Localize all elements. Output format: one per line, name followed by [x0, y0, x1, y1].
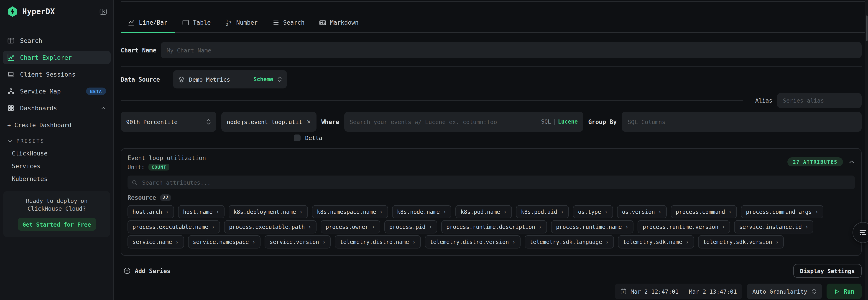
metric-title: Event loop utilization [127, 155, 206, 161]
run-button[interactable]: Run [826, 283, 862, 299]
where-label: Where [321, 118, 339, 125]
attribute-chip[interactable]: k8s.namespace.name [312, 205, 388, 218]
tab-markdown[interactable]: Markdown [312, 14, 366, 32]
logo-row: HyperDX [0, 0, 114, 17]
attribute-chip-label: service.name [132, 239, 172, 245]
sidebar-item-label: Service Map [20, 87, 61, 95]
sidebar-item-dashboards[interactable]: Dashboards [3, 101, 111, 115]
granularity-select[interactable]: Auto Granularity [747, 283, 822, 299]
attributes-search-input[interactable] [141, 179, 851, 186]
attribute-chip[interactable]: process.runtime.name [551, 220, 634, 234]
attribute-chip[interactable]: process.pid [384, 220, 437, 234]
tab-table[interactable]: Table [175, 14, 218, 32]
attribute-chip-label: service.namespace [193, 239, 249, 245]
attribute-chip[interactable]: telemetry.sdk.language [525, 235, 614, 248]
attribute-chip[interactable]: service.instance.id [734, 220, 813, 234]
delta-row: Delta [294, 135, 862, 141]
add-series-button[interactable]: Add Series [121, 267, 173, 275]
attribute-chip[interactable]: process.owner [320, 220, 380, 234]
sidebar-item-client-sessions[interactable]: Client Sessions [3, 67, 111, 81]
aggregation-value: 90th Percentile [126, 118, 202, 125]
attribute-chip[interactable]: host.name [178, 205, 224, 218]
attribute-chip[interactable]: service.name [127, 235, 184, 248]
attribute-chip[interactable]: process.command [671, 205, 737, 218]
table-icon [182, 19, 189, 26]
alias-input[interactable] [777, 93, 862, 108]
attribute-chip[interactable]: k8s.pod.name [456, 205, 512, 218]
attribute-chip-label: process.executable.path [229, 224, 305, 230]
where-input[interactable]: Search your events w/ Lucene ex. column:… [344, 112, 583, 132]
attribute-chip[interactable]: host.arch [127, 205, 174, 218]
sql-option[interactable]: SQL [541, 118, 551, 125]
query-language-toggle[interactable]: SQL|Lucene [541, 118, 578, 125]
tab-number[interactable]: Number [218, 14, 265, 32]
attribute-chip-label: process.command [676, 209, 725, 215]
calendar-icon [620, 288, 627, 295]
beta-badge: BETA [86, 87, 106, 95]
sidebar-item-chart-explorer[interactable]: Chart Explorer [3, 51, 111, 64]
sidebar-item-service-map[interactable]: Service Map BETA [3, 84, 111, 98]
network-nodes-icon [7, 87, 14, 95]
date-range-input[interactable]: Mar 2 12:47:01 - Mar 2 13:47:01 [615, 283, 743, 299]
attribute-chip[interactable]: process.runtime.description [441, 220, 547, 234]
attribute-chip[interactable]: telemetry.sdk.name [618, 235, 694, 248]
brand-title: HyperDX [22, 7, 95, 16]
lucene-option[interactable]: Lucene [558, 118, 578, 125]
preset-services[interactable]: Services [3, 163, 111, 170]
presets-header[interactable]: PRESETS [3, 138, 111, 144]
list-icon [272, 19, 279, 26]
attribute-chip[interactable]: telemetry.sdk.version [698, 235, 784, 248]
resource-label: Resource [127, 194, 156, 201]
tab-search[interactable]: Search [265, 14, 312, 32]
metric-field-chip[interactable]: nodejs.event_loop.util × [221, 112, 316, 132]
chart-name-input[interactable] [161, 42, 862, 58]
divider [121, 100, 743, 101]
collapse-sidebar-button[interactable] [99, 8, 107, 16]
schema-link[interactable]: Schema [253, 76, 273, 83]
unit-value-badge: COUNT [148, 164, 169, 170]
display-settings-button[interactable]: Display Settings [793, 264, 862, 278]
actions-row: Add Series Display Settings [121, 264, 862, 278]
filter-lines-icon [859, 228, 868, 237]
get-started-button[interactable]: Get Started for Free [18, 218, 96, 231]
scrollbar-thumb[interactable] [866, 16, 868, 41]
sidebar-item-label: Search [20, 37, 42, 44]
attribute-chip[interactable]: k8s.pod.uid [516, 205, 569, 218]
date-range-value: Mar 2 12:47:01 - Mar 2 13:47:01 [631, 288, 737, 295]
attribute-chip-label: telemetry.sdk.name [623, 239, 682, 245]
group-by-input[interactable] [622, 112, 862, 132]
attribute-chip[interactable]: k8s.node.name [392, 205, 452, 218]
panel-header: Event loop utilization Unit: COUNT 27 AT… [127, 155, 855, 170]
attribute-chip-label: k8s.namespace.name [317, 209, 376, 215]
data-source-label: Data Source [121, 76, 173, 83]
attribute-chip[interactable]: os.type [573, 205, 613, 218]
attributes-search [127, 175, 855, 189]
markdown-icon [319, 19, 326, 26]
attribute-chip[interactable]: k8s.deployment.name [228, 205, 308, 218]
create-dashboard-button[interactable]: + Create Dashboard [3, 122, 111, 129]
remove-metric-icon[interactable]: × [307, 118, 311, 126]
preset-clickhouse[interactable]: ClickHouse [3, 150, 111, 157]
attribute-chip[interactable]: telemetry.distro.version [425, 235, 521, 248]
attribute-chip[interactable]: service.namespace [188, 235, 260, 248]
attribute-chip[interactable]: telemetry.distro.name [335, 235, 421, 248]
tab-label: Line/Bar [139, 19, 167, 26]
preset-kubernetes[interactable]: Kubernetes [3, 175, 111, 182]
attribute-chip[interactable]: service.version [265, 235, 331, 248]
resource-count-badge: 27 [160, 194, 171, 201]
aggregation-select[interactable]: 90th Percentile [121, 112, 216, 132]
chart-type-tabs: Line/Bar Table Number Search Markdown [121, 14, 865, 33]
sidebar-item-search[interactable]: Search [3, 34, 111, 48]
attribute-chip[interactable]: process.runtime.version [638, 220, 730, 234]
data-source-select[interactable]: Demo Metrics Schema [173, 70, 287, 88]
collapse-panel-button[interactable] [848, 159, 855, 165]
chart-editor: Chart Name Data Source Demo Metrics Sche… [114, 33, 868, 278]
attribute-chip[interactable]: os.version [617, 205, 666, 218]
scrollbar[interactable] [865, 0, 868, 300]
attribute-chip[interactable]: process.executable.name [127, 220, 220, 234]
delta-checkbox[interactable] [294, 135, 301, 141]
tab-line-bar[interactable]: Line/Bar [121, 14, 175, 33]
attribute-chip[interactable]: process.executable.path [224, 220, 316, 234]
alias-label: Alias [755, 97, 772, 104]
attribute-chip[interactable]: process.command_args [741, 205, 824, 218]
